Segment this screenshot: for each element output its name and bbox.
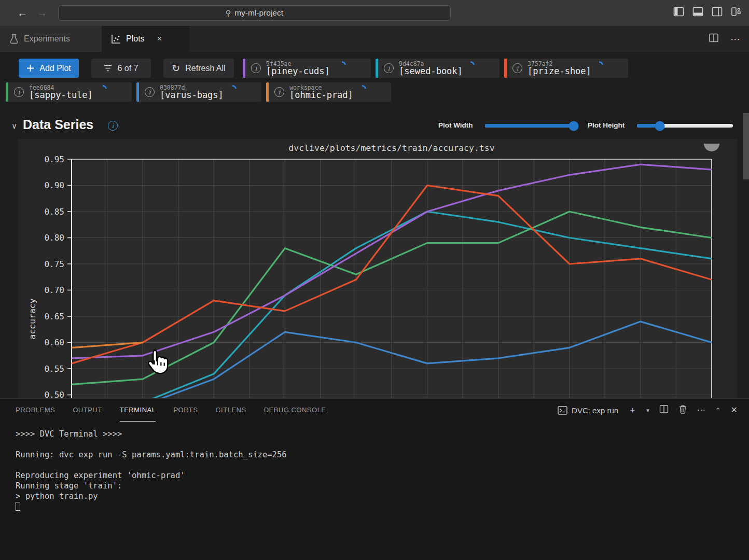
new-terminal-icon[interactable]: ＋ <box>628 406 636 414</box>
terminal-line <box>16 439 287 450</box>
y-tick-label: 0.75 <box>44 259 64 269</box>
close-panel-icon[interactable]: ✕ <box>731 406 738 414</box>
y-tick-label: 0.95 <box>44 155 64 164</box>
y-tick-label: 0.55 <box>44 364 64 374</box>
y-tick-label: 0.80 <box>44 233 64 243</box>
bottom-panel: PROBLEMSOUTPUTTERMINALPORTSGITLENSDEBUG … <box>0 398 749 560</box>
panel-tab-gitlens[interactable]: GITLENS <box>216 399 246 422</box>
split-terminal-icon[interactable] <box>659 404 669 416</box>
terminal-line: >>>> DVC Terminal >>>> <box>16 429 287 439</box>
y-axis-label: accuracy <box>27 298 37 340</box>
y-tick-label: 0.60 <box>44 338 64 347</box>
panel-tab-ports[interactable]: PORTS <box>173 399 198 422</box>
terminal-line: Running stage 'train': <box>16 481 287 491</box>
active-shell[interactable]: DVC: exp run <box>558 406 618 415</box>
scrollbar-thumb[interactable] <box>743 113 749 179</box>
y-tick-label: 0.90 <box>44 180 64 190</box>
maximize-panel-icon[interactable]: ⌃ <box>715 407 721 414</box>
terminal-cursor <box>16 502 20 511</box>
terminal-line: Running: dvc exp run -S params.yaml:trai… <box>16 450 287 460</box>
panel-more-actions-icon[interactable]: ⋯ <box>697 406 705 414</box>
terminal-icon <box>558 406 567 415</box>
y-tick-label: 0.70 <box>44 285 64 295</box>
y-tick-label: 0.65 <box>44 312 64 321</box>
terminal-line: > python train.py <box>16 491 287 501</box>
shell-label: DVC: exp run <box>572 406 618 415</box>
vscode-window: ← → ⚲ my-ml-project Experiments <box>0 0 749 560</box>
panel-tab-debug-console[interactable]: DEBUG CONSOLE <box>264 399 326 422</box>
y-tick-label: 0.85 <box>44 207 64 217</box>
chart-title: dvclive/plots/metrics/train/accuracy.tsv <box>288 143 494 153</box>
terminal-line <box>16 460 287 470</box>
panel-tab-terminal[interactable]: TERMINAL <box>120 399 156 422</box>
accuracy-line-chart: dvclive/plots/metrics/train/accuracy.tsv… <box>0 0 749 415</box>
panel-tab-problems[interactable]: PROBLEMS <box>16 399 55 422</box>
terminal-line: Reproducing experiment 'ohmic-prad' <box>16 470 287 481</box>
terminal-output[interactable]: >>>> DVC Terminal >>>> Running: dvc exp … <box>16 429 287 512</box>
terminal-dropdown-icon[interactable]: ▾ <box>646 408 649 413</box>
kill-terminal-trash-icon[interactable] <box>678 404 687 416</box>
panel-tab-output[interactable]: OUTPUT <box>73 399 102 422</box>
